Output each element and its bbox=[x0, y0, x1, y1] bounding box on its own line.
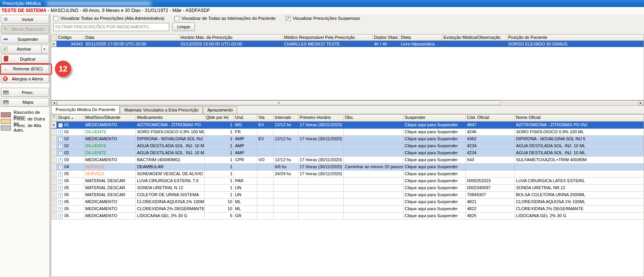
column-header-nome[interactable]: Nome Oficial bbox=[515, 115, 644, 122]
item-row[interactable]: +04SERVIÇODEAMBULAR16/6 hs17 Horas (30/1… bbox=[51, 164, 644, 171]
scrollbar-track[interactable] bbox=[500, 101, 638, 105]
window-title: Prescrição Médica bbox=[2, 1, 41, 6]
horizontal-scrollbar[interactable]: ◀ ▶ bbox=[51, 100, 644, 106]
cell-intervalo: 6/6 hs bbox=[274, 164, 298, 171]
suspend-link[interactable]: Clique aqui para Suspender bbox=[404, 136, 466, 143]
suspend-link[interactable]: Clique aqui para Suspender bbox=[404, 192, 466, 199]
column-header-cod[interactable]: Cód. Oficial bbox=[466, 115, 515, 122]
suspend-link[interactable]: Clique aqui para Suspender bbox=[404, 122, 466, 129]
column-header-posicao[interactable]: Posição do Paciente bbox=[507, 35, 644, 41]
column-header-data[interactable]: Data bbox=[84, 35, 179, 41]
scrollbar-thumb[interactable] bbox=[57, 101, 500, 105]
column-header-und[interactable]: Und. bbox=[234, 115, 257, 122]
column-header-dieta[interactable]: Dieta bbox=[400, 35, 442, 41]
suspend-link[interactable]: Clique aqui para Suspender bbox=[404, 199, 466, 206]
scroll-right-arrow-icon[interactable]: ▶ bbox=[638, 101, 644, 105]
checkbox[interactable] bbox=[53, 16, 58, 21]
item-row[interactable]: +05MATERIAL DESCARCOLETOR DE URINA SISTE… bbox=[51, 192, 644, 199]
item-row[interactable]: +03MEDICAMENTOBACTRIM (400/80MG)1CPRVO12… bbox=[51, 157, 644, 164]
expand-row-button[interactable]: + bbox=[58, 151, 63, 155]
tab-materiais-vinculados-a-esta-prescricao[interactable]: Materiais Vinculados a Esta Prescrição bbox=[120, 106, 203, 114]
cell-cod: 4246 bbox=[466, 129, 515, 136]
suspend-link[interactable]: Clique aqui para Suspender bbox=[404, 143, 466, 150]
cell-und: UN bbox=[234, 192, 257, 199]
item-row[interactable]: ▸+01MEDICAMENTOAZITROMICINA - ZITROMAX P… bbox=[51, 122, 644, 129]
column-header-evolucao[interactable]: Evolução Médica/Observação bbox=[442, 35, 507, 41]
column-header-intervalo[interactable]: Intervalo bbox=[274, 115, 298, 122]
checkbox-visualizar-prescricoes-suspensas[interactable]: ✓Visualizar Prescrições Suspensas bbox=[286, 16, 360, 21]
cell-tipo: SERVIÇO bbox=[84, 164, 136, 171]
sidebar-button-duplicar[interactable]: Duplicar bbox=[1, 54, 49, 63]
expand-row-button[interactable]: + bbox=[58, 207, 63, 211]
filter-prescriptions-input[interactable] bbox=[53, 23, 169, 31]
suspend-link[interactable]: Clique aqui para Suspender bbox=[404, 178, 466, 185]
suspend-link[interactable]: Clique aqui para Suspender bbox=[404, 129, 466, 136]
sidebar-button-mapa[interactable]: Mapa bbox=[1, 98, 49, 107]
prescription-row[interactable]: ▸3434330/11/2020 17:00:00 UTC-03:0001/12… bbox=[51, 41, 644, 47]
expand-row-button[interactable]: + bbox=[58, 200, 63, 204]
column-header-tipo[interactable]: Med/Serv/Diluente bbox=[84, 115, 136, 122]
checkbox[interactable] bbox=[174, 16, 179, 21]
suspend-link[interactable]: Clique aqui para Suspender bbox=[404, 213, 466, 220]
item-row[interactable]: +05SERVIÇOSONDAGEM VESICAL DE ALíVIO124/… bbox=[51, 171, 644, 178]
expand-row-button[interactable]: + bbox=[58, 179, 63, 183]
column-header-grupo[interactable]: Grupo▲ bbox=[57, 115, 84, 122]
expand-row-button[interactable]: + bbox=[58, 137, 63, 141]
checkbox[interactable]: ✓ bbox=[286, 16, 291, 21]
sidebar-button-suspender[interactable]: Suspender bbox=[1, 35, 49, 44]
column-header-primeiro[interactable]: Primeiro Horário bbox=[298, 115, 344, 122]
cell-tipo: MATERIAL DESCAR bbox=[84, 192, 136, 199]
checkbox-visualizar-todas-as-prescricoes-alta-administrativa[interactable]: Visualizar Todas as Prescrições (Alta Ad… bbox=[53, 16, 164, 21]
item-row[interactable]: +05MATERIAL DESCARSONDA URETRAL N 121UNC… bbox=[51, 185, 644, 192]
scroll-left-arrow-icon[interactable]: ◀ bbox=[51, 101, 57, 105]
expand-row-button[interactable]: + bbox=[58, 214, 63, 218]
sidebar-button-retornar-esc[interactable]: ←Retornar (ESC) bbox=[1, 64, 49, 73]
suspend-link[interactable]: Clique aqui para Suspender bbox=[404, 164, 466, 171]
item-row[interactable]: +01DILUENTESORO FISIOLOGICO 0,9% 100 ML1… bbox=[51, 129, 644, 136]
cell-intervalo bbox=[274, 143, 298, 150]
sidebar-button-incluir[interactable]: ⚙Incluir bbox=[1, 15, 49, 24]
item-row[interactable]: +05MEDICAMENTOLIDOCAINA GEL 2% 30 G5GRCl… bbox=[51, 213, 644, 220]
column-header-dados_vitais[interactable]: Dados Vitais bbox=[373, 35, 400, 41]
column-header-via[interactable]: Via bbox=[257, 115, 274, 122]
suspend-link[interactable]: Clique aqui para Suspender bbox=[404, 206, 466, 213]
expand-row-button[interactable]: + bbox=[58, 172, 63, 176]
checkbox-visualizar-de-todas-as-internacoes-do-paciente[interactable]: Visualizar de Todas as Internações do Pa… bbox=[174, 16, 275, 21]
cell-primeiro bbox=[298, 185, 344, 192]
suspend-link[interactable]: Clique aqui para Suspender bbox=[404, 171, 466, 178]
suspend-link[interactable]: Clique aqui para Suspender bbox=[404, 185, 466, 192]
item-row[interactable]: +02MEDICAMENTODIPIRONA - NOVALGINA SOL I… bbox=[51, 136, 644, 143]
expand-row-button[interactable]: + bbox=[58, 158, 63, 162]
clear-filter-button[interactable]: Limpar bbox=[172, 23, 195, 31]
suspend-link[interactable]: Clique aqui para Suspender bbox=[404, 150, 466, 157]
expand-row-button[interactable]: + bbox=[58, 130, 63, 134]
expand-row-button[interactable]: + bbox=[58, 193, 63, 197]
suspend-link[interactable]: Clique aqui para Suspender bbox=[404, 157, 466, 164]
column-header-codigo[interactable]: Código bbox=[57, 35, 84, 41]
column-header-qtde[interactable]: Qtde por Hc bbox=[205, 115, 234, 122]
item-row[interactable]: +05MEDICAMENTOCLOREXIDINA 2% DEGERMANTE1… bbox=[51, 206, 644, 213]
column-header-medicamento[interactable]: Medicamento bbox=[136, 115, 205, 122]
column-header-horario[interactable]: Horário Máx. da Prescrição bbox=[179, 35, 283, 41]
cell-cod: 543 bbox=[466, 157, 515, 164]
tab-prescricao-medica-do-paciente[interactable]: Prescrição Médica Do Paciente bbox=[51, 105, 119, 114]
item-row[interactable]: +02DILUENTEAGUA DESTILADA SOL. INJ. 10 M… bbox=[51, 150, 644, 157]
expand-row-button[interactable]: + bbox=[58, 123, 63, 127]
item-row[interactable]: +05MEDICAMENTOCLOREXIDINA AQUOSA 1% 100M… bbox=[51, 199, 644, 206]
sidebar-button-assinar[interactable]: ✓Assinar▼ bbox=[1, 45, 49, 54]
cell-primeiro bbox=[298, 129, 344, 136]
item-row[interactable]: +02DILUENTEAGUA DESTILADA SOL. INJ. 10 M… bbox=[51, 143, 644, 150]
column-header-obs[interactable]: Obs. bbox=[344, 115, 404, 122]
item-row[interactable]: +05MATERIAL DESCARLUVA CIRURGICA ESTERIL… bbox=[51, 178, 644, 185]
sidebar-button-presc[interactable]: Presc. bbox=[1, 88, 49, 97]
cell-strip bbox=[51, 157, 57, 164]
tab-aprazamento[interactable]: Aprazamento bbox=[203, 106, 237, 114]
expand-row-button[interactable]: + bbox=[58, 144, 63, 148]
sidebar-button-alergias-e-alerta[interactable]: !Alergias e Alerta bbox=[1, 74, 49, 83]
column-header-medico[interactable]: Médico Responsável Pela Prescrição bbox=[283, 35, 373, 41]
expand-row-button[interactable]: + bbox=[58, 165, 63, 169]
column-header-susp[interactable]: Suspender bbox=[404, 115, 466, 122]
expand-row-button[interactable]: + bbox=[58, 186, 63, 190]
dropdown-arrow-icon[interactable]: ▼ bbox=[41, 45, 47, 53]
cell-nome: AZITROMICINA - ZITROMAX PO INJ bbox=[515, 122, 644, 129]
